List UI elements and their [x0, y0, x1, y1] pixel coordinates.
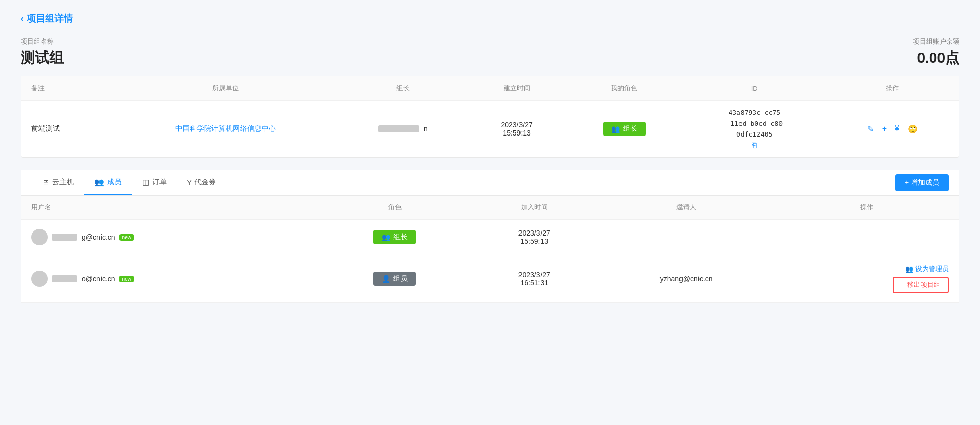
member-1-email-suffix: g@cnic.cn [82, 233, 115, 241]
member-1-role-icon: 👥 [382, 233, 390, 241]
role-label: 组长 [623, 124, 637, 133]
member-1-role-label: 组长 [393, 233, 408, 242]
tab-orders-label: 订单 [152, 178, 167, 187]
members-icon: 👥 [94, 178, 104, 187]
copy-icon[interactable]: ⎗ [752, 141, 757, 150]
th-member-ops: 操作 [775, 196, 959, 220]
th-create-time: 建立时间 [468, 76, 566, 101]
balance-value: 0.00点 [913, 48, 959, 68]
tab-members[interactable]: 👥 成员 [84, 170, 132, 195]
th-leader: 组长 [338, 76, 468, 101]
member-2-avatar [31, 271, 48, 287]
member-1-join-time: 2023/3/27 15:59:13 [471, 220, 597, 255]
detail-table: 备注 所属单位 组长 建立时间 我的角色 ID 操作 前端测试 中国科学院计算机… [21, 76, 959, 157]
account-balance-section: 项目组账户余额 0.00点 [913, 37, 959, 68]
member-2-role-label: 组员 [393, 274, 408, 283]
group-name-section: 项目组名称 测试组 [21, 37, 64, 68]
member-row-2: o@cnic.cn new 👤 组员 2023/3/27 16:51:31 yz… [21, 255, 959, 303]
member-1-inviter [597, 220, 774, 255]
leader-suffix: n [424, 125, 428, 133]
member-2-join-time: 2023/3/27 16:51:31 [471, 255, 597, 303]
tab-vouchers-label: 代金券 [194, 178, 216, 187]
remove-label: 移出项目组 [907, 280, 941, 289]
id-text: 43a8793c-cc75 -11ed-b0cd-c80 0dfc12405 [726, 108, 783, 140]
member-1-role-badge: 👥 组长 [373, 230, 416, 244]
page-title: 项目组详情 [27, 12, 73, 25]
detail-actions: ✎ + ¥ 🙄 [826, 101, 959, 158]
member-2-role-icon: 👤 [382, 275, 390, 283]
member-row-1: g@cnic.cn new 👥 组长 2023/3/27 15:59:13 [21, 220, 959, 255]
member-2-new-badge: new [119, 276, 134, 282]
th-my-role: 我的角色 [566, 76, 683, 101]
add-icon[interactable]: + [882, 124, 887, 133]
role-badge: 👥 组长 [603, 122, 646, 136]
set-admin-link[interactable]: 👥 设为管理员 [905, 264, 949, 274]
info-section: 项目组名称 测试组 项目组账户余额 0.00点 [21, 37, 959, 68]
member-2-name-blurred [52, 275, 77, 282]
detail-id: 43a8793c-cc75 -11ed-b0cd-c80 0dfc12405 ⎗ [683, 101, 826, 158]
member-1-avatar [31, 229, 48, 245]
add-member-button[interactable]: + 增加成员 [895, 174, 949, 191]
th-join-time: 加入时间 [471, 196, 597, 220]
member-2-username: o@cnic.cn new [21, 255, 318, 303]
tabs-list: 🖥 云主机 👥 成员 ◫ 订单 ¥ 代金券 [31, 170, 226, 195]
back-icon: ‹ [21, 13, 24, 24]
leader-avatar [378, 125, 419, 132]
detail-card: 备注 所属单位 组长 建立时间 我的角色 ID 操作 前端测试 中国科学院计算机… [21, 76, 959, 158]
member-2-role: 👤 组员 [318, 255, 471, 303]
member-1-role: 👥 组长 [318, 220, 471, 255]
member-2-ops: 👥 设为管理员 − 移出项目组 [775, 255, 959, 303]
orders-icon: ◫ [142, 178, 149, 187]
vouchers-icon: ¥ [187, 178, 191, 187]
th-username: 用户名 [21, 196, 318, 220]
money-icon[interactable]: ¥ [895, 124, 899, 133]
set-admin-icon: 👥 [905, 265, 913, 273]
tab-orders[interactable]: ◫ 订单 [132, 170, 177, 195]
group-name-value: 测试组 [21, 48, 64, 68]
member-1-new-badge: new [119, 234, 134, 241]
detail-create-time: 2023/3/27 15:59:13 [468, 101, 566, 158]
tab-members-label: 成员 [107, 178, 122, 187]
member-2-email-suffix: o@cnic.cn [82, 275, 115, 283]
people-icon: 👥 [611, 125, 620, 133]
detail-row: 前端测试 中国科学院计算机网络信息中心 n 2023/3/27 15:59:13… [21, 101, 959, 158]
tab-vouchers[interactable]: ¥ 代金券 [177, 170, 226, 195]
remove-user-icon[interactable]: 🙄 [908, 124, 918, 134]
th-role: 角色 [318, 196, 471, 220]
remove-icon: − [901, 281, 905, 289]
tab-vm[interactable]: 🖥 云主机 [31, 170, 84, 195]
member-1-ops [775, 220, 959, 255]
remove-member-button[interactable]: − 移出项目组 [893, 277, 949, 293]
balance-label: 项目组账户余额 [913, 37, 959, 46]
detail-unit: 中国科学院计算机网络信息中心 [113, 101, 338, 158]
member-2-inviter: yzhang@cnic.cn [597, 255, 774, 303]
edit-icon[interactable]: ✎ [867, 124, 874, 134]
tabs-container: 🖥 云主机 👥 成员 ◫ 订单 ¥ 代金券 + 增加成员 [21, 170, 959, 303]
tab-vm-label: 云主机 [52, 178, 74, 187]
member-1-username: g@cnic.cn new [21, 220, 318, 255]
back-navigation[interactable]: ‹ 项目组详情 [21, 12, 959, 25]
member-2-role-badge: 👤 组员 [373, 272, 416, 286]
detail-note: 前端测试 [21, 101, 113, 158]
th-note: 备注 [21, 76, 113, 101]
th-id: ID [683, 76, 826, 101]
set-admin-label: 设为管理员 [915, 264, 949, 274]
th-inviter: 邀请人 [597, 196, 774, 220]
detail-role: 👥 组长 [566, 101, 683, 158]
th-unit: 所属单位 [113, 76, 338, 101]
vm-icon: 🖥 [42, 178, 49, 187]
member-1-name-blurred [52, 234, 77, 241]
members-table: 用户名 角色 加入时间 邀请人 操作 g@cnic.cn new [21, 196, 959, 303]
tabs-header: 🖥 云主机 👥 成员 ◫ 订单 ¥ 代金券 + 增加成员 [21, 170, 959, 196]
group-name-label: 项目组名称 [21, 37, 64, 46]
detail-leader: n [338, 101, 468, 158]
th-operations: 操作 [826, 76, 959, 101]
